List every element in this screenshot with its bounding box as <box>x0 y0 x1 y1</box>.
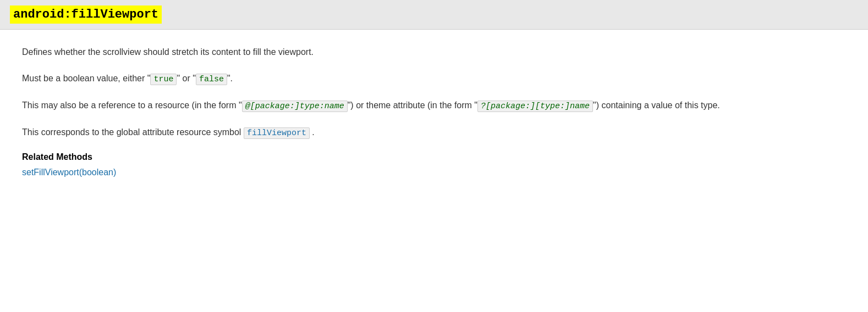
content-area: Defines whether the scrollview should st… <box>0 30 868 193</box>
paragraph-2-suffix: ". <box>227 74 233 83</box>
code-resource-2: ?[package:][type:]name <box>477 101 593 112</box>
paragraph-2-mid: " or " <box>177 74 195 83</box>
page-title: android:fillViewport <box>10 5 162 24</box>
related-methods-section: Related Methods setFillViewport(boolean) <box>22 152 846 177</box>
paragraph-4: This corresponds to the global attribute… <box>22 125 846 140</box>
code-resource-1: @[package:]type:name <box>242 101 348 112</box>
paragraph-2: Must be a boolean value, either "true" o… <box>22 71 846 86</box>
code-false: false <box>196 74 227 85</box>
code-true: true <box>150 74 177 85</box>
page-wrapper: android:fillViewport Defines whether the… <box>0 0 868 312</box>
paragraph-4-suffix: . <box>312 127 314 137</box>
paragraph-4-prefix: This corresponds to the global attribute… <box>22 127 241 137</box>
paragraph-3: This may also be a reference to a resour… <box>22 98 846 113</box>
paragraph-3-suffix: ") containing a value of this type. <box>593 101 720 110</box>
paragraph-3-prefix: This may also be a reference to a resour… <box>22 101 242 110</box>
header-bar: android:fillViewport <box>0 0 868 30</box>
set-fill-viewport-link[interactable]: setFillViewport(boolean) <box>22 168 116 177</box>
code-fill-viewport: fillViewport <box>244 127 310 139</box>
related-methods-heading: Related Methods <box>22 152 846 162</box>
paragraph-3-mid: ") or theme attribute (in the form " <box>348 101 477 110</box>
paragraph-2-prefix: Must be a boolean value, either " <box>22 74 150 83</box>
paragraph-1-text: Defines whether the scrollview should st… <box>22 47 314 57</box>
paragraph-1: Defines whether the scrollview should st… <box>22 45 846 59</box>
